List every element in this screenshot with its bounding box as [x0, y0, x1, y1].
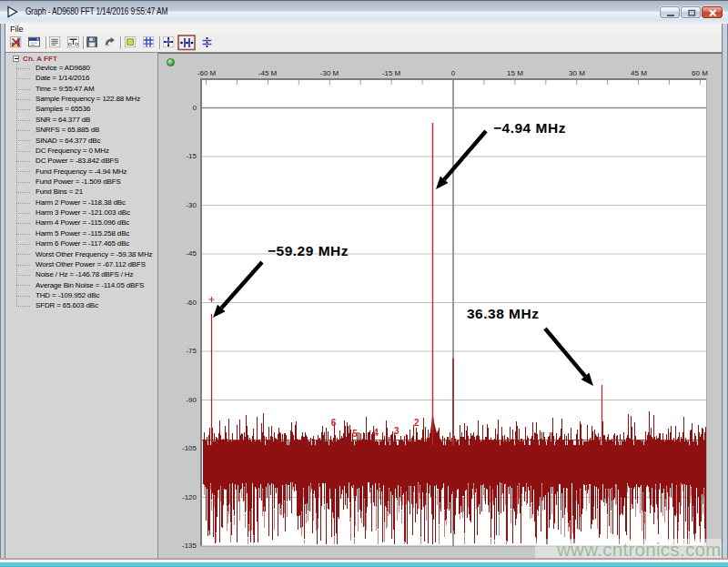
svg-text:3: 3	[394, 426, 399, 436]
svg-text:6: 6	[331, 418, 337, 428]
svg-text:4: 4	[373, 428, 379, 438]
svg-text:2: 2	[414, 418, 420, 428]
svg-text:5: 5	[352, 429, 358, 439]
